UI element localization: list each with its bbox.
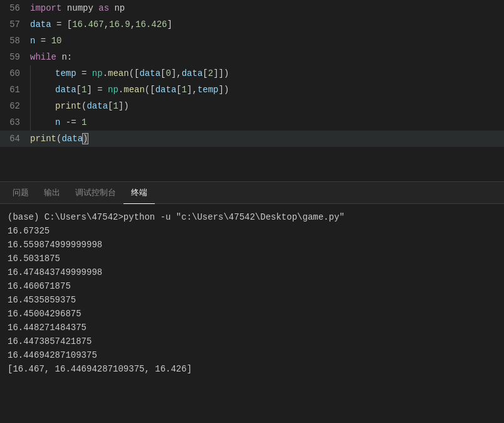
line-number: 60 [0,65,30,82]
token: np [109,3,125,13]
token: ]]) [213,68,229,78]
terminal-output-line: [16.467, 16.44694287109375, 16.426] [8,362,496,376]
token: = [35,36,51,46]
code-line: 59while n: [0,49,504,65]
token: ], [171,68,182,78]
line-number: 56 [0,0,30,16]
token: 1 [81,117,87,127]
code-line: 63n -= 1 [0,114,504,131]
terminal-command: (base) C:\Users\47542>python -u "c:\User… [8,210,496,224]
token: data [87,101,108,111]
line-content: temp = np.mean([data[0],data[2]]) [30,65,229,82]
terminal-output-line: 16.45004296875 [8,307,496,321]
editor-area: 56import numpy as np57data = [16.467,16.… [0,0,504,182]
token: data [182,68,203,78]
panel-tabs: 问题输出调试控制台终端 [0,182,504,204]
terminal-output-line: 16.5031875 [8,252,496,265]
token: n: [56,52,72,62]
token: print [30,134,56,144]
token: [ [176,85,181,95]
token: , [130,19,135,29]
token: -= [60,117,81,127]
token: [ [202,68,207,78]
terminal-output-line: 16.44694287109375 [8,348,496,362]
token: ], [187,85,197,95]
line-number: 63 [0,114,30,131]
token: temp [197,85,219,95]
token: data [61,134,83,144]
line-number: 58 [0,33,30,49]
token: [ [76,85,81,95]
line-content: import numpy as np [30,0,125,16]
token: np [108,85,118,95]
token: mean [108,68,129,78]
token: np [92,68,103,78]
token: 10 [51,36,62,46]
line-content: n = 10 [30,33,61,49]
line-content: while n: [30,49,72,65]
code-line: 62print(data[1]) [0,98,504,114]
line-number: 64 [0,131,30,147]
line-number: 62 [0,98,30,114]
code-line: 58n = 10 [0,33,504,49]
terminal-output-line: 16.67325 [8,224,496,238]
terminal-output-line: 16.4473857421875 [8,335,496,348]
code-line: 64print(data) [0,131,504,147]
token: while [30,52,56,62]
token: temp [55,68,76,78]
code-line: 60temp = np.mean([data[0],data[2]]) [0,65,504,82]
token: print [55,101,81,111]
token: 2 [208,68,213,78]
token: 16.467 [72,19,103,29]
token: ([ [129,68,140,78]
token: ) [83,134,88,144]
token: 1 [182,85,187,95]
line-number: 57 [0,16,30,33]
token: . [118,85,123,95]
panel-tab-调试控制台[interactable]: 调试控制台 [68,182,123,204]
code-line: 56import numpy as np [0,0,504,16]
line-number: 61 [0,82,30,98]
token: . [103,68,108,78]
terminal-output-line: 16.4535859375 [8,293,496,307]
token: ] = [87,85,108,95]
panel-tab-输出[interactable]: 输出 [36,182,68,204]
code-line: 57data = [16.467,16.9,16.426] [0,16,504,33]
terminal-output-line: 16.559874999999998 [8,238,496,252]
token: 0 [165,68,171,78]
line-number: 59 [0,49,30,65]
panel-tab-问题[interactable]: 问题 [5,182,36,204]
terminal-output-line: 16.474843749999998 [8,265,496,279]
token: import [30,3,61,13]
token: as [98,3,109,13]
token: data [30,19,51,29]
token: ]) [219,85,229,95]
token: numpy [61,3,98,13]
terminal-output-line: 16.460671875 [8,279,496,293]
terminal-content[interactable]: (base) C:\Users\47542>python -u "c:\User… [0,204,504,423]
token: 1 [113,101,118,111]
token: = [ [51,19,73,29]
token: = [76,68,92,78]
token: data [55,85,76,95]
line-content: n -= 1 [30,114,87,131]
token: mean [123,85,145,95]
token: 16.9 [109,19,130,29]
token: ([ [145,85,155,95]
line-content: data = [16.467,16.9,16.426] [30,16,172,33]
code-line: 61data[1] = np.mean([data[1],temp]) [0,82,504,98]
token: data [155,85,177,95]
token: ]) [118,101,129,111]
line-content: data[1] = np.mean([data[1],temp]) [30,82,229,98]
token: , [104,19,109,29]
line-content: print(data) [30,131,88,147]
terminal-output-line: 16.448271484375 [8,321,496,335]
line-content: print(data[1]) [30,98,129,114]
token: data [139,68,160,78]
panel-tab-终端[interactable]: 终端 [123,182,155,204]
token: ] [167,19,172,29]
token: 16.426 [135,19,167,29]
panel-area: 问题输出调试控制台终端 (base) C:\Users\47542>python… [0,182,504,423]
